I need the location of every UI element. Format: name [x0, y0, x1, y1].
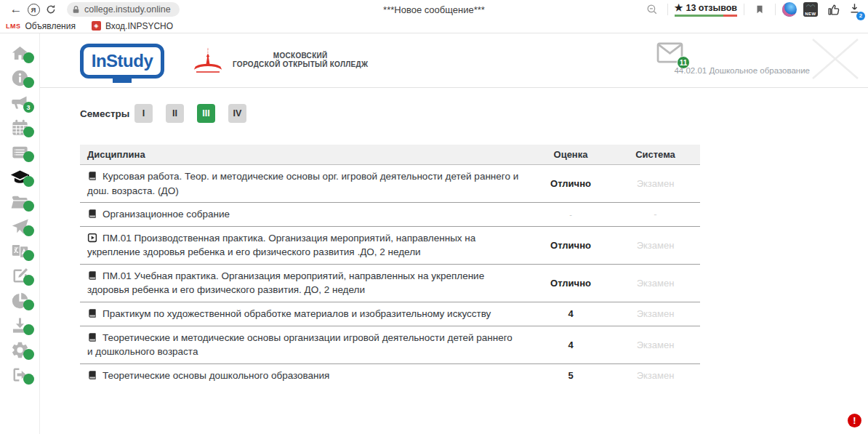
- sidebar-badge: [23, 324, 34, 335]
- semesters-label: Семестры: [80, 108, 134, 119]
- downloads-badge: 2: [856, 12, 865, 20]
- lms-icon: LMS: [6, 23, 21, 30]
- reviews-count: 13 отзывов: [686, 3, 737, 13]
- sidebar-item-settings[interactable]: [0, 337, 40, 362]
- table-row[interactable]: Теоретические основы дошкольного образов…: [80, 364, 700, 387]
- address-bar[interactable]: college.instudy.online: [67, 2, 180, 17]
- sidebar-item-announcements[interactable]: 3: [0, 90, 40, 115]
- discipline-name: Практикум по художественной обработке ма…: [103, 308, 491, 319]
- book-icon: [87, 370, 97, 380]
- page-header: InStudy МОСКОВСКИЙ ГОРОДСКОЙ ОТКРЫТЫЙ КО…: [40, 33, 868, 88]
- table-body: Курсовая работа. Теор. и методические ос…: [80, 165, 700, 387]
- sidebar-item-grades[interactable]: [0, 164, 40, 189]
- sidebar-badge: [23, 250, 34, 261]
- sidebar-badge: [23, 300, 34, 310]
- close-icon[interactable]: [810, 36, 861, 81]
- back-button[interactable]: ←: [7, 1, 25, 17]
- semester-button-II[interactable]: II: [166, 104, 184, 123]
- discipline-name: Теоретические основы дошкольного образов…: [103, 370, 329, 381]
- program-code: 44.02.01 Дошкольное образование: [674, 66, 810, 75]
- sidebar-badge: [23, 275, 34, 286]
- site-reviews-button[interactable]: ★ 13 отзывов: [675, 2, 737, 17]
- system-value: Экзамен: [611, 370, 700, 381]
- sidebar: 3: [0, 33, 40, 434]
- sidebar-item-messages[interactable]: [0, 214, 40, 238]
- table-row[interactable]: ПМ.01 Производственная практика. Организ…: [80, 227, 700, 265]
- table-row[interactable]: Теоретические и методические основы орга…: [80, 326, 700, 364]
- messages-button[interactable]: 11: [656, 42, 683, 66]
- zoom-out-button[interactable]: [643, 1, 661, 17]
- bookmark-label: Объявления: [25, 21, 76, 31]
- sidebar-item-logout[interactable]: [0, 362, 40, 387]
- system-value: Экзамен: [611, 178, 700, 189]
- browser-menu-button[interactable]: Я: [25, 1, 42, 17]
- extension-new-icon[interactable]: ◠◠ NEW: [803, 2, 818, 17]
- yandex-icon: Я: [28, 4, 40, 16]
- col-discipline: Дисциплина: [80, 145, 531, 164]
- table-row[interactable]: ПМ.01 Учебная практика. Организация меро…: [80, 265, 700, 302]
- grades-table: Дисциплина Оценка Система Курсовая работ…: [80, 145, 700, 387]
- grade-value: Отлично: [531, 278, 611, 289]
- table-header: Дисциплина Оценка Система: [80, 145, 700, 165]
- extension-thumb-icon[interactable]: [824, 1, 842, 17]
- book-icon: [87, 332, 97, 342]
- book-icon: [87, 308, 97, 318]
- bookmarks-bar: LMS Объявления ◈ Вход.INPSYCHO: [0, 19, 868, 33]
- sidebar-item-files[interactable]: [0, 189, 40, 214]
- sidebar-badge: [23, 126, 34, 137]
- refresh-icon: [45, 4, 57, 15]
- magnifier-minus-icon: [646, 3, 659, 16]
- sidebar-badge: [23, 225, 34, 236]
- extension-globe-icon[interactable]: [782, 2, 797, 17]
- inpsycho-icon: ◈: [92, 21, 101, 31]
- semester-button-I[interactable]: I: [134, 104, 153, 123]
- sidebar-badge: [23, 201, 34, 212]
- table-row[interactable]: Организационное собрание - -: [80, 203, 700, 227]
- sidebar-item-downloads[interactable]: [0, 313, 40, 337]
- sidebar-badge: [23, 52, 34, 63]
- bookmark-button[interactable]: [751, 1, 768, 17]
- semester-button-IV[interactable]: IV: [228, 104, 246, 123]
- url-text: college.instudy.online: [84, 4, 171, 15]
- system-value: Экзамен: [611, 339, 700, 350]
- refresh-button[interactable]: [42, 1, 60, 17]
- bookmark-lms[interactable]: LMS Объявления: [6, 21, 76, 31]
- semester-button-III[interactable]: III: [197, 104, 215, 123]
- college-logo[interactable]: МОСКОВСКИЙ ГОРОДСКОЙ ОТКРЫТЫЙ КОЛЛЕДЖ: [190, 44, 368, 76]
- bookmark-inpsycho[interactable]: ◈ Вход.INPSYCHO: [92, 21, 173, 31]
- divider: [667, 4, 668, 15]
- grade-value: 4: [531, 308, 611, 319]
- grade-value: -: [531, 210, 611, 219]
- sidebar-item-statistics[interactable]: [0, 288, 40, 313]
- sidebar-item-info[interactable]: [0, 65, 40, 90]
- downloads-button[interactable]: 2: [848, 2, 861, 17]
- lock-icon: [71, 5, 81, 15]
- sidebar-item-translate[interactable]: [0, 238, 40, 263]
- system-value: Экзамен: [611, 278, 700, 289]
- sidebar-item-compose[interactable]: [0, 263, 40, 288]
- alert-button[interactable]: !: [848, 414, 861, 427]
- system-value: Экзамен: [611, 308, 700, 319]
- table-row[interactable]: Курсовая работа. Теор. и методические ос…: [80, 165, 700, 203]
- divider: [775, 4, 776, 15]
- bookmark-label: Вход.INPSYCHO: [105, 21, 173, 31]
- college-tower-icon: [190, 44, 225, 76]
- discipline-name: Теоретические и методические основы орга…: [87, 332, 513, 358]
- book-icon: [87, 270, 97, 281]
- sidebar-badge: [23, 349, 34, 360]
- sidebar-badge: [23, 77, 34, 88]
- discipline-name: ПМ.01 Учебная практика. Организация меро…: [87, 270, 484, 296]
- grade-value: 4: [531, 339, 611, 350]
- sidebar-item-home[interactable]: [0, 41, 40, 65]
- semester-switcher: Семестры IIIIIIIV: [80, 104, 868, 123]
- table-row[interactable]: Практикум по художественной обработке ма…: [80, 302, 700, 326]
- system-value: Экзамен: [611, 240, 700, 251]
- sidebar-item-journal[interactable]: [0, 140, 40, 164]
- instudy-logo-text: InStudy: [92, 51, 153, 71]
- sidebar-badge: [23, 151, 34, 162]
- bookmark-flag-icon: [755, 4, 765, 15]
- discipline-name: Организационное собрание: [103, 209, 230, 220]
- sidebar-item-calendar[interactable]: [0, 115, 40, 140]
- instudy-logo[interactable]: InStudy: [80, 44, 164, 79]
- sidebar-badge: [23, 374, 34, 385]
